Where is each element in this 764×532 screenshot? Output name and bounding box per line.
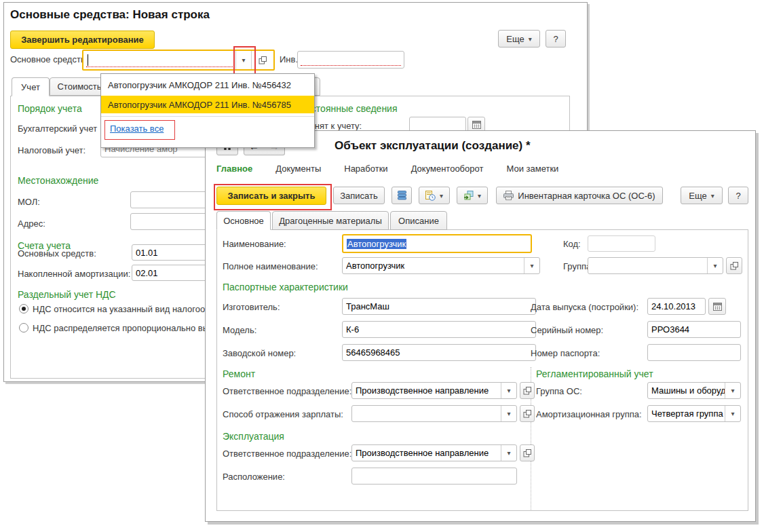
serial-number-input[interactable]: РРО3644 (647, 321, 741, 338)
issue-date-input[interactable]: 24.10.2013 (647, 298, 706, 315)
section-header-regulated: Регламентированный учет (536, 368, 653, 379)
salary-method-open-button[interactable] (520, 405, 535, 422)
nav-item-docflow[interactable]: Документооборот (411, 164, 484, 174)
code-input[interactable] (588, 235, 655, 252)
window-title: Объект эксплуатации (создание) * (335, 139, 531, 153)
vat-option-1-radio[interactable] (19, 304, 28, 314)
vat-option-1-label[interactable]: НДС относится на указанный вид налогоо (33, 304, 205, 314)
structure-button[interactable] (391, 187, 412, 204)
location-input[interactable] (351, 468, 517, 484)
open-form-icon (259, 56, 267, 64)
asset-dropdown-list: Автопогрузчик АМКОДОР 211 Инв. №456432 А… (100, 73, 315, 148)
salary-method-label: Способ отражения зарплаты: (223, 409, 343, 419)
open-form-icon (730, 262, 738, 270)
chevron-down-icon: ▾ (478, 192, 481, 200)
full-name-combobox[interactable]: Автопогрузчик ▾ (342, 257, 540, 274)
full-name-value: Автопогрузчик (346, 261, 404, 271)
manufacturer-input[interactable]: ТрансМаш (342, 298, 536, 315)
nav-item-notes[interactable]: Мои заметки (506, 164, 558, 174)
issue-date-value: 24.10.2013 (651, 301, 695, 311)
calendar-icon (713, 303, 722, 311)
dropdown-item-1[interactable]: Автопогрузчик АМКОДОР 211 Инв. №456432 (108, 80, 291, 90)
finish-editing-button[interactable]: Завершить редактирование (10, 31, 155, 49)
passport-number-input[interactable] (647, 344, 741, 361)
show-all-link[interactable]: Показать все (110, 124, 164, 134)
save-close-button[interactable]: Записать и закрыть (216, 187, 326, 205)
name-input[interactable]: Автопогрузчик (342, 234, 532, 253)
factory-number-input[interactable]: 56465968465 (342, 344, 536, 361)
asset-combobox[interactable]: ▾ (82, 50, 275, 71)
create-based-on-icon (463, 191, 474, 200)
document-clock-icon (425, 191, 436, 201)
history-button[interactable]: ▾ (419, 187, 450, 204)
mol-label: МОЛ: (18, 197, 40, 207)
fixed-assets-account-label: Основных средств: (18, 248, 96, 259)
exploit-dept-dropdown-button[interactable]: ▾ (501, 445, 516, 461)
more-button[interactable]: Еще ▾ (681, 187, 723, 204)
repair-dept-open-button[interactable] (520, 382, 535, 399)
dropdown-separator (101, 116, 314, 117)
tab-label: Драгоценные материалы (279, 216, 382, 226)
os-group-dropdown-button[interactable]: ▾ (725, 383, 740, 398)
save-button[interactable]: Записать (333, 187, 385, 204)
exploit-dept-open-button[interactable] (520, 444, 535, 461)
depreciation-group-combobox[interactable]: Четвертая группа (с ▾ (647, 405, 741, 422)
open-form-icon (523, 410, 531, 418)
tab-description[interactable]: Описание (390, 211, 447, 230)
chevron-down-icon: ▾ (529, 35, 532, 43)
fixed-assets-account-input[interactable]: 01.01 (132, 244, 209, 261)
help-button[interactable]: ? (728, 187, 748, 204)
issue-date-calendar-button[interactable] (708, 298, 726, 315)
inventory-card-button[interactable]: Инвентарная карточка ОС (ОС-6) (496, 187, 663, 204)
asset-choose-button[interactable] (251, 51, 273, 69)
salary-method-dropdown-button[interactable]: ▾ (501, 406, 516, 421)
group-open-button[interactable] (726, 257, 742, 274)
more-button[interactable]: Еще ▾ (498, 30, 540, 48)
help-button[interactable]: ? (546, 30, 566, 48)
list-icon (398, 191, 406, 200)
vat-option-2-radio[interactable] (19, 323, 28, 332)
create-based-on-button[interactable]: ▾ (457, 187, 488, 204)
page-title: Основные средства: Новая строка (10, 8, 210, 22)
model-input[interactable]: К-6 (342, 321, 536, 338)
os-group-combobox[interactable]: Машины и оборудов ▾ (647, 382, 741, 399)
repair-dept-dropdown-button[interactable]: ▾ (501, 383, 516, 398)
inventory-number-input[interactable] (297, 51, 404, 69)
chevron-down-icon: ▾ (507, 410, 510, 417)
section-header-vat: Раздельный учет НДС (18, 289, 116, 300)
amortization-account-input[interactable]: 02.01 (132, 265, 209, 281)
exploit-dept-combobox[interactable]: Производственное направление ▾ (351, 444, 517, 461)
repair-dept-combobox[interactable]: Производственное направление ▾ (351, 382, 517, 399)
tab-precious-materials[interactable]: Драгоценные материалы (272, 211, 389, 230)
factory-number-label: Заводской номер: (223, 348, 296, 358)
nav-item-main[interactable]: Главное (216, 164, 252, 174)
serial-number-label: Серийный номер: (531, 325, 603, 335)
dropdown-item-2[interactable]: Автопогрузчик АМКОДОР 211 Инв. №456785 (108, 100, 291, 110)
full-name-dropdown-button[interactable]: ▾ (524, 258, 539, 273)
nav-item-operating[interactable]: Наработки (344, 164, 387, 174)
accounting-label: Бухгалтерский учет (18, 124, 97, 134)
vat-option-2-label[interactable]: НДС распределяется пропорционально вы (33, 323, 209, 333)
asset-field-label: Основное средство: (10, 54, 93, 64)
issue-date-label: Дата выпуска (постройки): (531, 302, 638, 312)
group-dropdown-button[interactable]: ▾ (707, 258, 723, 273)
depreciation-group-dropdown-button[interactable]: ▾ (725, 406, 740, 421)
tab-accounting[interactable]: Учет (12, 77, 50, 96)
tab-main[interactable]: Основное (216, 211, 271, 230)
main-tab-panel: Наименование: Автопогрузчик Код: Полное … (216, 229, 748, 511)
section-header-exploitation: Эксплуатация (223, 431, 284, 442)
location-label: Расположение: (223, 472, 285, 482)
group-combobox[interactable]: ▾ (588, 257, 723, 274)
tab-label: Основное (223, 216, 264, 226)
open-form-icon (523, 387, 531, 395)
asset-combobox-text[interactable] (83, 51, 235, 69)
nav-item-documents[interactable]: Документы (275, 164, 321, 174)
section-header-location: Местонахождение (18, 175, 98, 186)
chevron-down-icon: ▾ (507, 449, 510, 457)
salary-method-combobox[interactable]: ▾ (351, 405, 517, 422)
name-label: Наименование: (223, 239, 286, 249)
repair-dept-label: Ответственное подразделение: (223, 386, 351, 396)
full-name-label: Полное наименование: (223, 261, 318, 271)
section-header-order: Порядок учета (18, 103, 82, 114)
asset-dropdown-button[interactable]: ▾ (235, 51, 251, 69)
